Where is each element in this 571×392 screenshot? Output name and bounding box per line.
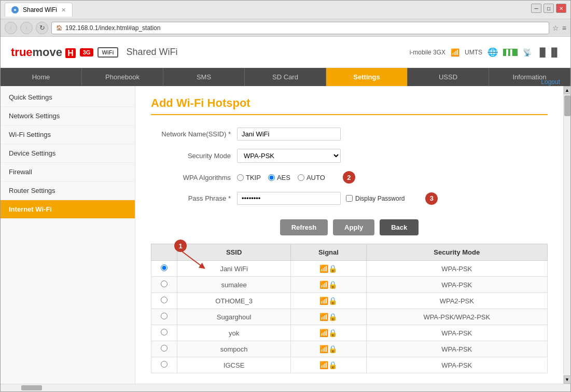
wpa-tkip-option[interactable]: TKIP — [237, 174, 261, 181]
wpa-auto-option[interactable]: AUTO — [298, 174, 325, 181]
wifi-select-radio-1[interactable] — [161, 281, 168, 287]
hscroll-thumb[interactable] — [21, 385, 42, 390]
table-cell-security-5: WPA-PSK — [366, 341, 547, 357]
scroll-down-button[interactable]: ▼ — [564, 375, 571, 384]
table-row: IGCSE 📶🔒 WPA-PSK — [151, 357, 548, 373]
site-title: Shared WiFi — [127, 47, 178, 58]
nav-menu: Home Phonebook SMS SD Card Settings USSD… — [1, 68, 570, 86]
table-container: 1 SSID — [151, 244, 548, 373]
table-cell-security-2: WPA2-PSK — [366, 293, 547, 309]
logo-truemove: truemove H — [11, 46, 76, 59]
window-controls: ─ □ ✕ — [531, 4, 566, 13]
sidebar-item-firewall[interactable]: Firewall — [1, 163, 135, 181]
logo-wifi-badge: WiFi — [98, 47, 118, 58]
window-maximize-button[interactable]: □ — [544, 4, 554, 13]
wifi-select-radio-5[interactable] — [161, 345, 168, 352]
table-row: sompoch 📶🔒 WPA-PSK — [151, 341, 548, 357]
site-header: truemove H 3G WiFi Shared WiFi i-mobile … — [1, 37, 570, 68]
sidebar-item-wifi-settings[interactable]: Wi-Fi Settings — [1, 125, 135, 144]
nav-item-sms[interactable]: SMS — [163, 68, 245, 86]
annotation-bubble-2: 2 — [343, 171, 355, 184]
scroll-thumb[interactable] — [564, 95, 570, 116]
wifi-network-table: SSID Signal Security Mode Jani WiFi 📶🔒 W… — [151, 244, 548, 373]
wifi-signal-icon: 📡 — [523, 48, 532, 57]
wpa-tkip-radio[interactable] — [237, 174, 244, 181]
sidebar-item-quick-settings[interactable]: Quick Settings — [1, 88, 135, 107]
main-layout: Quick Settings Network Settings Wi-Fi Se… — [1, 86, 570, 384]
forward-button[interactable]: › — [20, 22, 33, 34]
wpa-label: WPA Algorithms — [151, 167, 234, 188]
logo-area: truemove H 3G WiFi Shared WiFi — [11, 46, 178, 59]
nav-item-ussd[interactable]: USSD — [408, 68, 489, 86]
bookmark-star-icon[interactable]: ☆ — [552, 24, 559, 32]
page-content: truemove H 3G WiFi Shared WiFi i-mobile … — [1, 37, 570, 391]
nav-item-settings[interactable]: Settings — [326, 68, 408, 86]
table-cell-signal-4: 📶🔒 — [291, 325, 366, 341]
sidebar-item-network-settings[interactable]: Network Settings — [1, 107, 135, 125]
browser-nav-icons: ☆ ≡ — [552, 24, 566, 32]
logo-h-badge: H — [65, 48, 76, 58]
address-icon: 🏠 — [56, 25, 62, 31]
window-close-button[interactable]: ✕ — [556, 4, 566, 13]
passphrase-input[interactable] — [237, 192, 341, 205]
network-type: UMTS — [465, 49, 482, 56]
wpa-auto-radio[interactable] — [298, 174, 304, 181]
wifi-select-radio-2[interactable] — [161, 297, 168, 303]
page-heading: Add Wi-Fi Hotspot — [151, 96, 548, 115]
address-bar[interactable]: 🏠 192.168.0.1/index.html#ap_station — [51, 22, 549, 34]
reload-button[interactable]: ↻ — [36, 22, 48, 34]
sidebar-item-router-settings[interactable]: Router Settings — [1, 181, 135, 200]
tab-close-button[interactable]: ✕ — [61, 7, 66, 13]
browser-tab[interactable]: ● Shared WiFi ✕ — [5, 3, 73, 17]
security-mode-select[interactable]: WPA-PSK WPA2-PSK None — [237, 149, 341, 163]
browser-navbar: ‹ › ↻ 🏠 192.168.0.1/index.html#ap_statio… — [1, 19, 570, 37]
annotation-bubble-1: 1 — [174, 240, 187, 252]
wpa-radio-group: TKIP AES AUTO 2 — [237, 171, 545, 184]
scroll-up-button[interactable]: ▲ — [564, 86, 571, 94]
wpa-row: WPA Algorithms TKIP AES AUTO — [151, 167, 548, 188]
table-cell-ssid-4: yok — [177, 325, 291, 341]
display-password-label: Display Password — [355, 195, 405, 202]
horizontal-scrollbar[interactable] — [1, 384, 570, 391]
back-button[interactable]: ‹ — [5, 22, 17, 34]
nav-item-phonebook[interactable]: Phonebook — [82, 68, 163, 86]
table-cell-signal-2: 📶🔒 — [291, 293, 366, 309]
wifi-select-radio-6[interactable] — [161, 361, 168, 368]
content-area: Add Wi-Fi Hotspot Network Name(SSID) * S… — [135, 86, 563, 384]
table-cell-security-3: WPA-PSK/WPA2-PSK — [366, 309, 547, 325]
ssid-input[interactable] — [237, 128, 341, 141]
wpa-aes-radio[interactable] — [268, 174, 275, 181]
globe-icon: 🌐 — [488, 47, 498, 57]
refresh-button[interactable]: Refresh — [280, 219, 328, 235]
nav-item-sdcard[interactable]: SD Card — [245, 68, 326, 86]
table-cell-ssid-1: sumalee — [177, 277, 291, 293]
table-cell-ssid-6: IGCSE — [177, 357, 291, 373]
settings-menu-icon[interactable]: ≡ — [562, 24, 566, 32]
nav-item-home[interactable]: Home — [1, 68, 82, 86]
sidebar-item-internet-wifi[interactable]: Internet Wi-Fi — [1, 200, 135, 219]
wifi-select-radio-4[interactable] — [161, 329, 168, 335]
battery-icon: ▌▌ — [503, 49, 518, 56]
apply-button[interactable]: Apply — [333, 219, 374, 235]
window-minimize-button[interactable]: ─ — [531, 4, 541, 13]
table-row: Jani WiFi 📶🔒 WPA-PSK — [151, 261, 548, 277]
tab-title: Shared WiFi — [23, 6, 57, 13]
table-cell-security-1: WPA-PSK — [366, 277, 547, 293]
wifi-select-radio-3[interactable] — [161, 313, 168, 319]
device-name: i-mobile 3GX — [410, 49, 445, 56]
table-cell-signal-5: 📶🔒 — [291, 341, 366, 357]
logout-link[interactable]: Logout — [541, 78, 560, 86]
back-button[interactable]: Back — [380, 219, 419, 235]
browser-frame: ● Shared WiFi ✕ ─ □ ✕ ‹ › ↻ 🏠 192.168.0.… — [0, 0, 571, 392]
table-col-security: Security Mode — [366, 244, 547, 261]
display-password-checkbox[interactable] — [346, 195, 353, 202]
display-password-option[interactable]: Display Password — [346, 195, 405, 202]
annotation-bubble-3: 3 — [425, 192, 438, 205]
security-row: Security Mode WPA-PSK WPA2-PSK None — [151, 145, 548, 167]
sidebar-item-device-settings[interactable]: Device Settings — [1, 144, 135, 163]
table-cell-ssid-3: Sugarghoul — [177, 309, 291, 325]
vertical-scrollbar[interactable]: ▲ ▼ — [563, 86, 570, 384]
table-cell-security-0: WPA-PSK — [366, 261, 547, 277]
wifi-select-radio-0[interactable] — [161, 264, 168, 271]
wpa-aes-option[interactable]: AES — [268, 174, 290, 181]
